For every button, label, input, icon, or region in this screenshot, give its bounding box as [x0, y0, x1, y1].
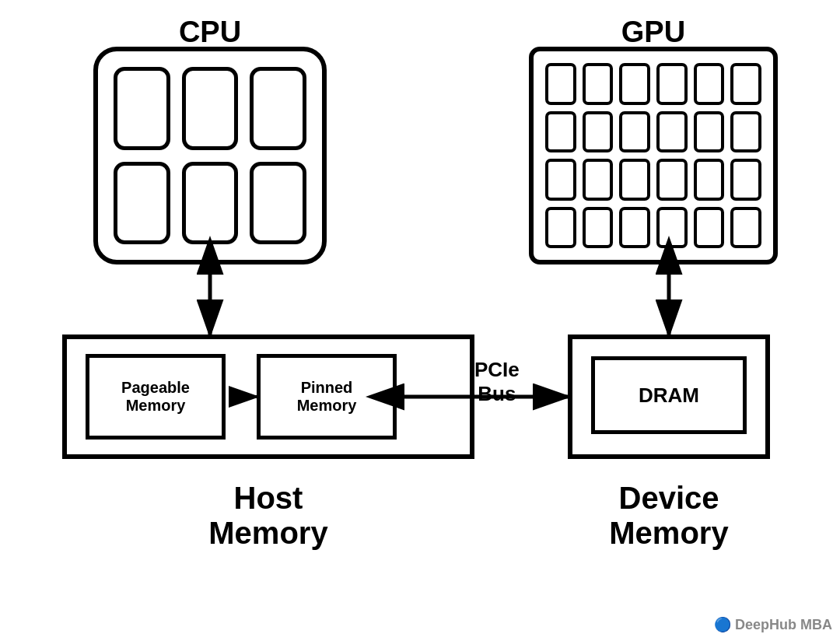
arrows-svg	[0, 0, 840, 641]
